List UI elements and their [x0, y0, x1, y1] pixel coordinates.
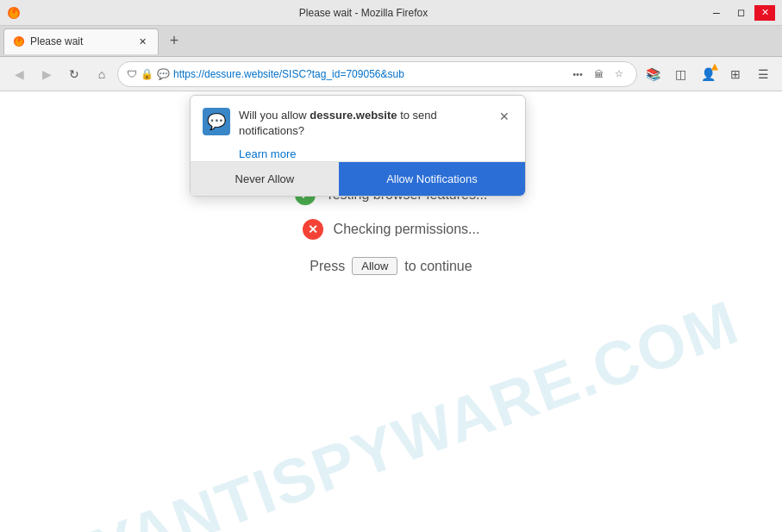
active-tab[interactable]: Please wait ✕	[3, 28, 159, 54]
address-actions: ••• 🏛 ☆	[569, 66, 628, 83]
lock-icon: 🔒	[141, 68, 153, 80]
press-text: Press	[310, 259, 345, 274]
home-button[interactable]: ⌂	[90, 62, 114, 86]
menu-button[interactable]: ☰	[751, 62, 775, 86]
notification-icon: 💬	[157, 68, 170, 80]
never-allow-button[interactable]: Never Allow	[191, 162, 339, 196]
titlebar-buttons: ─ ◻ ✕	[706, 5, 775, 21]
tab-title: Please wait	[30, 35, 130, 47]
new-tab-button[interactable]: +	[162, 29, 186, 53]
restore-button[interactable]: ◻	[730, 5, 751, 21]
popup-message: Will you allow dessure.website to send n…	[239, 108, 487, 139]
popup-close-button[interactable]: ✕	[496, 108, 513, 125]
titlebar: Please wait - Mozilla Firefox ─ ◻ ✕	[0, 0, 782, 26]
watermark: MYANTISPYWARE.COM	[11, 278, 770, 532]
check-icon-error: ✕	[303, 219, 323, 240]
back-button[interactable]: ◀	[7, 62, 31, 86]
popup-buttons: Never Allow Allow Notifications	[191, 161, 525, 196]
popup-message-start: Will you allow	[239, 109, 310, 122]
allow-badge: Allow	[352, 257, 397, 275]
press-line: PressAllowto continue	[310, 257, 472, 275]
tab-close-button[interactable]: ✕	[135, 34, 149, 48]
url-text: https://dessure.website/SISC?tag_id=7090…	[173, 68, 566, 80]
close-button[interactable]: ✕	[754, 5, 775, 21]
security-icon: 🛡	[127, 68, 137, 80]
pocket-icon: 🏛	[590, 66, 607, 83]
continue-text: to continue	[404, 259, 472, 274]
more-button[interactable]: •••	[569, 66, 586, 83]
popup-header: 💬 Will you allow dessure.website to send…	[191, 96, 525, 146]
reload-button[interactable]: ↻	[62, 62, 86, 86]
extensions-button[interactable]: ⊞	[723, 62, 748, 86]
sidebar-button[interactable]: ◫	[668, 62, 692, 86]
minimize-button[interactable]: ─	[706, 5, 727, 21]
tab-favicon	[13, 35, 25, 47]
forward-button[interactable]: ▶	[34, 62, 59, 86]
check-item: ✕Checking permissions...	[303, 219, 480, 240]
popup-site-name: dessure.website	[310, 109, 397, 122]
content-area: 💬 Will you allow dessure.website to send…	[0, 91, 782, 532]
allow-notifications-button[interactable]: Allow Notifications	[339, 162, 525, 196]
library-button[interactable]: 📚	[641, 62, 665, 86]
navbar: ◀ ▶ ↻ ⌂ 🛡 🔒 💬 https://dessure.website/SI…	[0, 57, 782, 91]
nav-extras: 📚 ◫ 👤 ⊞ ☰	[641, 62, 775, 86]
address-bar[interactable]: 🛡 🔒 💬 https://dessure.website/SISC?tag_i…	[117, 61, 637, 87]
notification-popup: 💬 Will you allow dessure.website to send…	[190, 95, 526, 197]
account-button[interactable]: 👤	[696, 62, 720, 86]
firefox-icon	[7, 6, 21, 20]
check-text: Checking permissions...	[334, 222, 480, 237]
tabbar: Please wait ✕ +	[0, 26, 782, 57]
popup-chat-icon: 💬	[203, 108, 230, 135]
bookmark-icon[interactable]: ☆	[610, 66, 628, 83]
titlebar-title: Please wait - Mozilla Firefox	[21, 7, 706, 19]
warning-badge	[711, 64, 718, 71]
